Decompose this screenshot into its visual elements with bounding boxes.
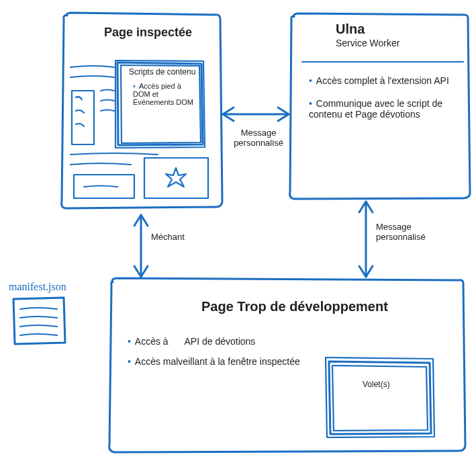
content-scripts-title: Scripts de contenu xyxy=(129,67,195,77)
arrow-left-label: Méchant xyxy=(151,232,185,242)
content-scripts-bullet: Accès pied à DOM et Événements DOM xyxy=(133,82,197,106)
devtools-bullets: Accès à API de dévotions Accès malveilla… xyxy=(128,336,300,367)
arrow-right-label: Message personnalisé xyxy=(376,222,440,242)
inspected-page-title: Page inspectée xyxy=(104,26,192,40)
service-worker-title: Ulna xyxy=(336,22,365,37)
arrow-top-label: Message personnalisé xyxy=(228,128,289,148)
manifest-label: manifest.json xyxy=(9,281,66,293)
content-scripts-list: Accès pied à DOM et Événements DOM xyxy=(133,82,197,106)
devtools-bullet-1-prefix: Accès à xyxy=(135,336,169,347)
service-worker-bullet-1: Accès complet à l'extension API xyxy=(309,75,457,86)
devtools-bullet-1-suffix: API de dévotions xyxy=(185,336,256,347)
devtools-bullet-1: Accès à API de dévotions xyxy=(128,336,300,347)
devtools-page-title: Page Trop de développement xyxy=(201,299,388,314)
service-worker-bullet-2: Communique avec le script de contenu et … xyxy=(309,98,457,120)
panels-label: Volet(s) xyxy=(363,380,390,389)
service-worker-bullets: Accès complet à l'extension API Communiq… xyxy=(309,75,457,120)
devtools-bullet-2: Accès malveillant à la fenêtre inspectée xyxy=(128,356,300,367)
service-worker-subtitle: Service Worker xyxy=(336,38,399,48)
